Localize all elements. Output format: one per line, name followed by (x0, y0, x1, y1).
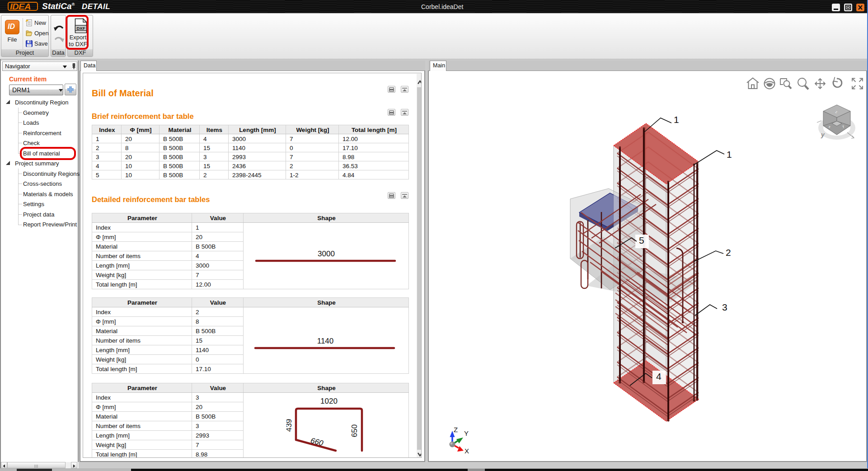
svg-text:3: 3 (722, 302, 727, 312)
svg-text:650: 650 (350, 424, 359, 437)
svg-text:5: 5 (639, 235, 644, 245)
svg-text:Y: Y (464, 429, 469, 437)
svg-text:660: 660 (310, 436, 324, 447)
svg-text:1020: 1020 (320, 397, 338, 405)
svg-text:1: 1 (674, 114, 679, 125)
svg-text:X: X (464, 447, 469, 455)
svg-text:439: 439 (286, 419, 293, 432)
svg-text:3000: 3000 (318, 250, 335, 258)
svg-text:2: 2 (726, 247, 731, 258)
svg-text:1: 1 (727, 149, 732, 160)
svg-text:1140: 1140 (317, 337, 334, 345)
svg-text:Z: Z (454, 426, 458, 433)
svg-text:4: 4 (656, 371, 662, 382)
svg-text:y: y (821, 131, 825, 138)
